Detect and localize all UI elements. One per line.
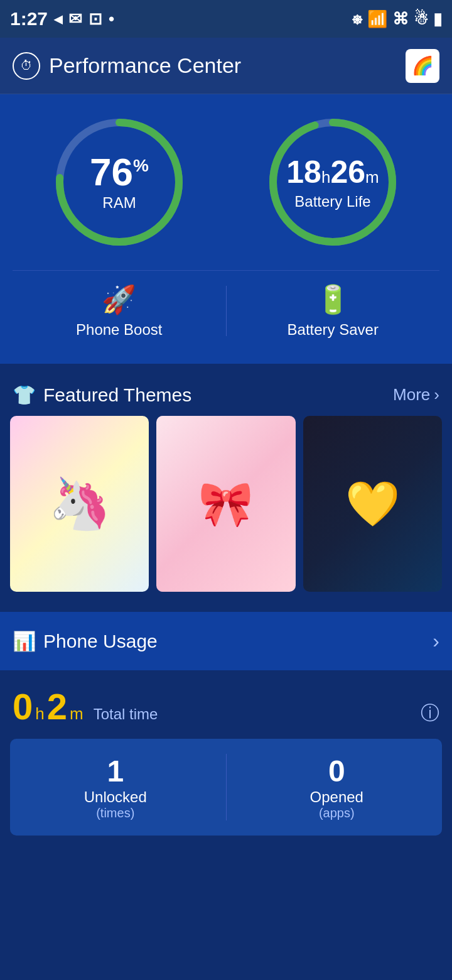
opened-sub: (apps) bbox=[319, 806, 355, 820]
status-back-icon: ◂ bbox=[54, 9, 62, 29]
usage-header[interactable]: 📊 Phone Usage › bbox=[0, 612, 452, 670]
performance-section: 76% RAM 18 h bbox=[0, 94, 452, 364]
unlocked-stat: 1 Unlocked (times) bbox=[10, 754, 221, 820]
battery-circle: 18 h 26 m Battery Life bbox=[264, 113, 402, 251]
vibrate-icon: 📶 bbox=[367, 9, 387, 29]
theme-item-1[interactable]: 🦄 bbox=[10, 416, 149, 592]
usage-chevron-icon: › bbox=[433, 629, 439, 653]
battery-saver-button[interactable]: 🔋 Battery Saver bbox=[227, 271, 440, 351]
status-bar: 1:27 ◂ ✉ ⊡ • ⎈ 📶 ⌘ ☃ ▮ bbox=[0, 0, 452, 38]
status-mail-icon: ✉ bbox=[68, 9, 82, 29]
battery-time: 18 h 26 m bbox=[286, 154, 379, 190]
usage-time-row: 0 h 2 m Total time ⓘ bbox=[0, 670, 452, 732]
app-logo[interactable]: 🌈 bbox=[406, 49, 439, 83]
themes-header-left: 👕 Featured Themes bbox=[13, 384, 191, 406]
unlocked-label: Unlocked bbox=[84, 788, 147, 806]
rocket-icon: 🚀 bbox=[102, 283, 136, 316]
signal-icon: ☃ bbox=[414, 9, 428, 29]
battery-minutes: 26 bbox=[330, 154, 365, 190]
ram-inner: 76% RAM bbox=[90, 153, 149, 212]
battery-hours: 18 bbox=[286, 154, 321, 190]
opened-label: Opened bbox=[310, 788, 363, 806]
info-icon[interactable]: ⓘ bbox=[421, 700, 439, 726]
phone-boost-button[interactable]: 🚀 Phone Boost bbox=[13, 271, 226, 351]
circles-row: 76% RAM 18 h bbox=[13, 113, 439, 251]
status-time: 1:27 bbox=[10, 8, 48, 30]
usage-total-label: Total time bbox=[94, 705, 158, 723]
battery-label: Battery Life bbox=[286, 193, 379, 210]
bluetooth-icon: ⎈ bbox=[352, 9, 362, 29]
status-screen-icon: ⊡ bbox=[89, 9, 102, 29]
battery-saver-icon: 🔋 bbox=[316, 283, 350, 316]
action-row: 🚀 Phone Boost 🔋 Battery Saver bbox=[13, 270, 439, 351]
main-container: ⏱ Performance Center 🌈 76% bbox=[0, 38, 452, 980]
status-left: 1:27 ◂ ✉ ⊡ • bbox=[10, 8, 114, 30]
themes-header: 👕 Featured Themes More › bbox=[0, 369, 452, 416]
ram-circle-wrapper: 76% RAM bbox=[50, 113, 188, 251]
status-dot: • bbox=[109, 9, 114, 29]
heart-icon: 💛 bbox=[345, 478, 400, 530]
phone-usage-section: 📊 Phone Usage › 0 h 2 m Total time ⓘ 1 U… bbox=[0, 612, 452, 836]
usage-icon: 📊 bbox=[13, 630, 36, 652]
themes-row: 🦄 🎀 💛 bbox=[0, 416, 452, 607]
featured-themes-section: 👕 Featured Themes More › 🦄 🎀 💛 bbox=[0, 369, 452, 607]
themes-more-button[interactable]: More › bbox=[393, 385, 439, 405]
performance-icon: ⏱ bbox=[13, 52, 40, 80]
speedometer-icon: ⏱ bbox=[20, 58, 33, 73]
theme-item-3[interactable]: 💛 bbox=[303, 416, 442, 592]
battery-saver-label: Battery Saver bbox=[288, 321, 379, 339]
chevron-right-icon: › bbox=[434, 385, 439, 405]
usage-h-unit: h bbox=[35, 704, 44, 724]
header-left: ⏱ Performance Center bbox=[13, 52, 241, 80]
wifi-icon: ⌘ bbox=[392, 9, 409, 29]
app-header: ⏱ Performance Center 🌈 bbox=[0, 38, 452, 94]
rainbow-icon: 🌈 bbox=[412, 55, 434, 76]
battery-m-unit: m bbox=[365, 168, 379, 187]
battery-circle-wrapper: 18 h 26 m Battery Life bbox=[264, 113, 402, 251]
bow-icon: 🎀 bbox=[198, 478, 253, 530]
usage-m-unit: m bbox=[70, 704, 83, 724]
opened-stat: 0 Opened (apps) bbox=[232, 754, 443, 820]
unlocked-count: 1 bbox=[107, 754, 124, 788]
theme-item-2[interactable]: 🎀 bbox=[156, 416, 295, 592]
ram-circle: 76% RAM bbox=[50, 113, 188, 251]
battery-icon: ▮ bbox=[433, 9, 442, 29]
phone-boost-label: Phone Boost bbox=[76, 321, 162, 339]
usage-minutes: 2 bbox=[47, 685, 67, 727]
battery-inner: 18 h 26 m Battery Life bbox=[286, 154, 379, 210]
usage-stats-row: 1 Unlocked (times) 0 Opened (apps) bbox=[10, 739, 442, 836]
themes-title: Featured Themes bbox=[43, 384, 191, 406]
usage-hours: 0 bbox=[13, 685, 33, 727]
unicorn-icon: 🦄 bbox=[48, 474, 111, 533]
ram-value: 76% bbox=[90, 153, 149, 192]
opened-count: 0 bbox=[328, 754, 345, 788]
unlocked-sub: (times) bbox=[96, 806, 134, 820]
stat-divider bbox=[226, 754, 227, 820]
status-right: ⎈ 📶 ⌘ ☃ ▮ bbox=[352, 9, 442, 29]
usage-title: Phone Usage bbox=[43, 631, 158, 652]
battery-h-unit: h bbox=[321, 168, 330, 187]
more-label: More bbox=[393, 385, 430, 405]
usage-header-left: 📊 Phone Usage bbox=[13, 630, 158, 652]
ram-label: RAM bbox=[90, 194, 149, 212]
app-title: Performance Center bbox=[49, 53, 241, 78]
tshirt-icon: 👕 bbox=[13, 384, 36, 406]
